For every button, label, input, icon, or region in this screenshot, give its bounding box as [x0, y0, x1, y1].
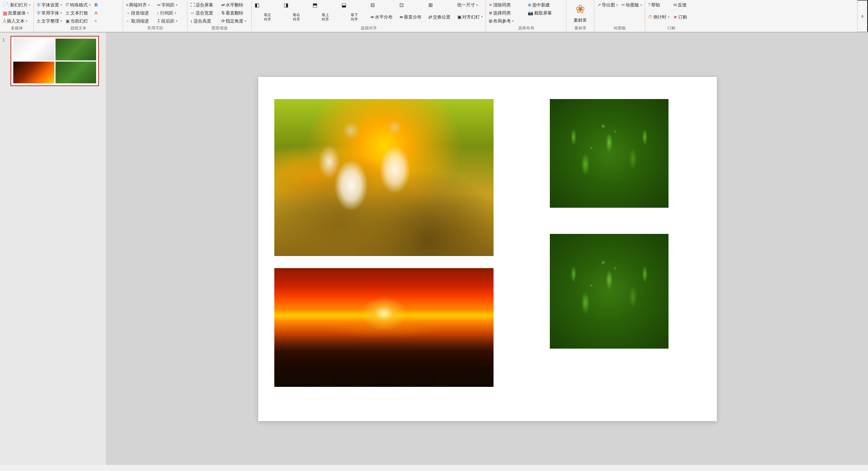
- section-spacing-label: 常用字距: [124, 25, 186, 31]
- btn-para-spacing[interactable]: ↧段后距▾: [155, 17, 186, 25]
- btn-uniform-size[interactable]: 统一尺寸▾: [456, 1, 484, 9]
- section-spacing: ≡两端对齐▾ ⇔字间距▾ →段首缩进 ↕行间距▾ ←取消缩进 ↧段后距▾ 常: [123, 1, 187, 31]
- btn-v-center[interactable]: ⊞: [427, 1, 455, 9]
- btn-align-bottom-label[interactable]: 靠下对齐: [340, 13, 368, 21]
- btn-justify[interactable]: ≡两端对齐▾: [124, 1, 155, 9]
- image-flowers[interactable]: [274, 99, 494, 256]
- btn-batch-media[interactable]: ▦ 批量媒体 ▾: [1, 9, 32, 17]
- btn-fit-width[interactable]: ↔适合宽度: [189, 9, 219, 17]
- section-shape-scale-label: 图形缩放: [189, 25, 250, 31]
- btn-layout-ref[interactable]: ⊞布局参考▾: [487, 17, 526, 25]
- btn-align-top[interactable]: ⬒: [311, 1, 339, 9]
- section-supertext-label: 超级文本: [35, 25, 121, 31]
- btn-select-same[interactable]: ≋选择同类: [487, 9, 526, 17]
- slide-canvas[interactable]: [258, 77, 717, 421]
- slide-number: 1: [2, 37, 8, 42]
- btn-purchase[interactable]: ★订购: [672, 13, 697, 21]
- btn-flip-v[interactable]: ⇅垂直翻转: [220, 9, 250, 17]
- btn-align-left[interactable]: ◧: [253, 1, 282, 9]
- btn-select-new[interactable]: ⊕选中新建: [526, 1, 565, 9]
- btn-align-left-label[interactable]: 靠左对齐: [253, 13, 282, 21]
- btn-align-top-label[interactable]: 靠上对齐: [311, 13, 339, 21]
- section-drawing-label: 绘图板: [596, 25, 644, 31]
- btn-fontsize-a2[interactable]: A: [93, 17, 121, 25]
- btn-export[interactable]: ↗导出图▾: [596, 1, 619, 9]
- btn-text-arrange[interactable]: 文 文字整理▾: [35, 17, 64, 25]
- btn-char-spacing[interactable]: ⇔字间距▾: [155, 1, 186, 9]
- btn-swap[interactable]: ⇄交换位置: [427, 13, 455, 21]
- image-sunset[interactable]: [274, 268, 494, 387]
- section-select-layout-label: 选择布局: [487, 25, 565, 31]
- thumb-cell-1: [13, 39, 54, 60]
- btn-align-right-label[interactable]: 靠右对齐: [282, 13, 311, 21]
- btn-line-spacing[interactable]: ↕行间距▾: [155, 9, 186, 17]
- thumb-cell-4: [56, 62, 97, 83]
- btn-bold[interactable]: B: [93, 1, 121, 9]
- section-drawing: ↗导出图▾ ✏绘图板▾ 绘图板: [594, 1, 645, 31]
- btn-timer[interactable]: ⏱倒计时▾: [646, 13, 671, 21]
- thumb-cell-3: [13, 62, 54, 83]
- section-super-align-label: 超级对齐: [253, 25, 484, 31]
- btn-screenshot[interactable]: 📷截取屏幕: [526, 9, 565, 17]
- btn-flip-h[interactable]: ⇌水平翻转: [220, 1, 250, 9]
- section-select-layout: ✕清除同类 ⊕选中新建 ≋选择同类 📷截取屏幕 ⊞布局参考▾ 选择布局: [486, 1, 566, 31]
- section-material-label: 素材库: [568, 25, 593, 31]
- slide-thumbnail-wrapper: 1: [2, 36, 104, 86]
- canvas-area[interactable]: [107, 33, 868, 465]
- image-leaves-bottom[interactable]: [550, 234, 668, 349]
- btn-material[interactable]: 素材库: [572, 17, 588, 24]
- btn-help[interactable]: ?帮助: [646, 1, 671, 9]
- btn-fontsize-a1[interactable]: A: [93, 9, 121, 17]
- slide-panel: 1: [0, 33, 107, 465]
- btn-new-slide[interactable]: 📄 新幻灯片 ▾: [1, 1, 32, 9]
- btn-clear-same[interactable]: ✕清除同类: [487, 1, 526, 9]
- btn-h-center[interactable]: ⊟: [369, 1, 397, 9]
- slide-thumbnail[interactable]: [10, 36, 99, 86]
- section-order: ?帮助 ✉反馈 ⏱倒计时▾ ★订购 订购: [645, 1, 697, 31]
- btn-text-scatter[interactable]: 文 文本打散: [64, 9, 93, 17]
- section-material: ❀ 素材库 素材库: [566, 1, 594, 31]
- btn-align-right[interactable]: ◨: [282, 1, 311, 9]
- btn-absolute-center[interactable]: ⊡: [398, 1, 426, 9]
- btn-angle[interactable]: ⟳指定角度▾: [220, 17, 250, 25]
- btn-unindent[interactable]: ←取消缩进: [124, 17, 155, 25]
- ribbon-collapse-button[interactable]: ∧: [857, 0, 868, 32]
- section-super-align: ◧ ◨ ⬒ ⬓ ⊟ ⊡ ⊞ 统一尺寸▾ 靠左对齐 靠右对齐 靠上对齐 靠下对齐: [252, 1, 486, 31]
- ribbon: 📄 新幻灯片 ▾ ▦ 批量媒体 ▾ Ā 插入文本 ▾: [0, 0, 868, 33]
- btn-indent[interactable]: →段首缩进: [124, 9, 155, 17]
- section-multimedia: 📄 新幻灯片 ▾ ▦ 批量媒体 ▾ Ā 插入文本 ▾: [0, 1, 34, 31]
- btn-special-format[interactable]: IT 特殊格式▾: [64, 1, 93, 9]
- btn-insert-text[interactable]: Ā 插入文本 ▾: [1, 17, 32, 25]
- btn-fit-height[interactable]: ↕适合高度: [189, 17, 219, 25]
- btn-feedback[interactable]: ✉反馈: [672, 1, 697, 9]
- btn-align-bottom[interactable]: ⬓: [340, 1, 368, 9]
- main-area: 1: [0, 33, 868, 465]
- btn-align-slide[interactable]: ▣对齐幻灯▾: [456, 13, 484, 21]
- section-supertext: 字 字体设置▾ IT 特殊格式▾ B 字 常用字体▾ 文 文本打散: [34, 1, 123, 31]
- section-multimedia-label: 多媒体: [1, 25, 32, 31]
- image-leaves-top[interactable]: [550, 99, 668, 208]
- thumb-cell-2: [56, 39, 97, 60]
- btn-fit-screen[interactable]: ⛶适合屏幕: [189, 1, 219, 9]
- section-order-label: 订购: [646, 25, 696, 31]
- section-shape-scale: ⛶适合屏幕 ⇌水平翻转 ↔适合宽度 ⇅垂直翻转 ↕适合高度 ⟳指定角度▾ 图: [187, 1, 252, 31]
- btn-font-setting[interactable]: 字 字体设置▾: [35, 1, 64, 9]
- btn-common-font[interactable]: 字 常用字体▾: [35, 9, 64, 17]
- btn-current-slide[interactable]: ▣ 当前幻灯: [64, 17, 93, 25]
- btn-drawing[interactable]: ✏绘图板▾: [620, 1, 644, 9]
- btn-h-distribute[interactable]: ⇺水平分布: [369, 13, 397, 21]
- btn-v-distribute[interactable]: ⇻垂直分布: [398, 13, 426, 21]
